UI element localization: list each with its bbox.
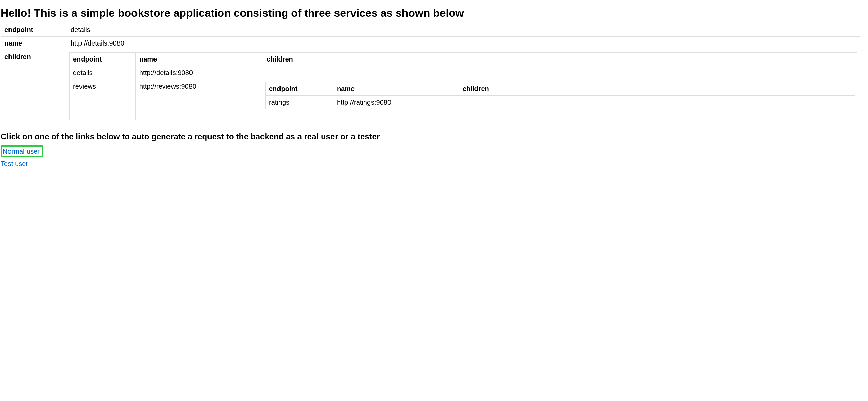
col-header-name: name	[136, 53, 263, 66]
row-key-children: children	[1, 50, 67, 122]
table-row: endpoint details	[1, 23, 860, 37]
cell-children	[459, 96, 855, 109]
row-key-name: name	[1, 37, 67, 50]
col-header-children: children	[263, 53, 857, 66]
row-value-children: endpoint name children details http://de…	[67, 50, 860, 122]
table-row: name http://details:9080	[1, 37, 860, 50]
col-header-name: name	[333, 82, 459, 96]
table-row: reviews http://reviews:9080 endpoint nam…	[70, 80, 857, 120]
cell-name: http://details:9080	[136, 66, 263, 80]
test-user-link[interactable]: Test user	[1, 160, 28, 168]
col-header-endpoint: endpoint	[70, 53, 136, 66]
col-header-endpoint: endpoint	[266, 82, 333, 96]
cell-children	[263, 66, 857, 80]
grandchildren-table: endpoint name children ratings http://ra…	[265, 82, 855, 109]
row-key-endpoint: endpoint	[1, 23, 67, 37]
table-row: details http://details:9080	[70, 66, 857, 80]
links-heading: Click on one of the links below to auto …	[1, 132, 868, 141]
row-value-endpoint: details	[67, 23, 860, 37]
highlight-box: Normal user	[1, 145, 43, 157]
row-value-name: http://details:9080	[67, 37, 860, 50]
cell-children: endpoint name children ratings http://ra…	[263, 80, 857, 120]
children-table: endpoint name children details http://de…	[69, 52, 857, 120]
cell-name: http://reviews:9080	[136, 80, 263, 120]
link-row-normal: Normal user	[1, 145, 868, 157]
link-row-test: Test user	[1, 160, 868, 168]
table-row: ratings http://ratings:9080	[266, 96, 855, 109]
cell-name: http://ratings:9080	[333, 96, 459, 109]
cell-endpoint: details	[70, 66, 136, 80]
services-table: endpoint details name http://details:908…	[1, 23, 860, 122]
page-title: Hello! This is a simple bookstore applic…	[1, 7, 868, 19]
cell-endpoint: reviews	[70, 80, 136, 120]
table-header-row: endpoint name children	[70, 53, 857, 66]
table-header-row: endpoint name children	[266, 82, 855, 96]
col-header-children: children	[459, 82, 855, 96]
table-row: children endpoint name children details …	[1, 50, 860, 122]
cell-endpoint: ratings	[266, 96, 333, 109]
normal-user-link[interactable]: Normal user	[3, 147, 40, 155]
